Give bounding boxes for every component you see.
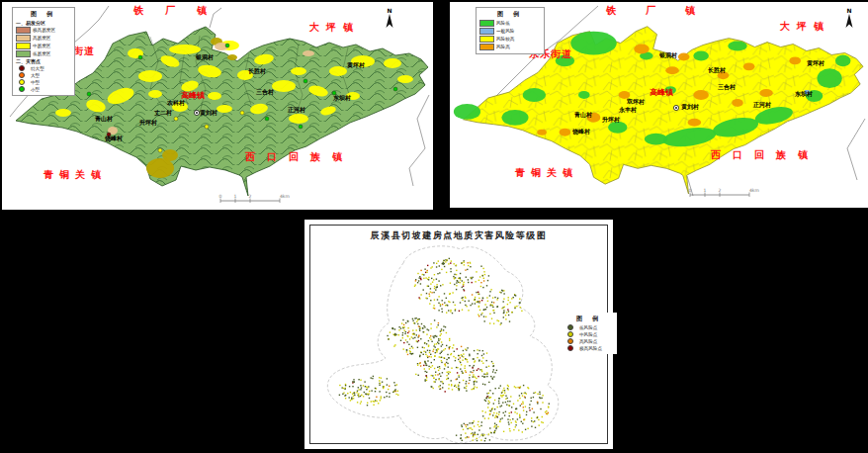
site-risk-dot: [497, 416, 498, 417]
site-risk-dot: [460, 302, 461, 303]
site-risk-dot: [433, 336, 434, 337]
site-risk-dot: [464, 260, 465, 261]
site-risk-dot: [488, 393, 489, 394]
site-risk-dot: [520, 405, 521, 406]
site-risk-dot: [503, 431, 504, 432]
site-risk-dot: [486, 307, 487, 308]
site-risk-dot: [496, 299, 497, 300]
legend-body: 一、易发分区极高易发区高易发区中易发区低易发区二、灾害点特大型大型中型小型: [16, 20, 71, 92]
site-risk-dot: [516, 412, 517, 413]
site-risk-dot: [470, 371, 471, 372]
site-risk-dot: [430, 300, 431, 301]
site-risk-dot: [433, 388, 434, 389]
medium-susceptibility-patch: [169, 45, 201, 54]
site-risk-dot: [417, 363, 418, 364]
site-risk-dot: [491, 408, 492, 409]
site-risk-dot: [498, 413, 499, 414]
site-risk-dot: [486, 297, 487, 298]
site-risk-dot: [394, 328, 395, 329]
site-risk-dot: [436, 326, 437, 327]
site-risk-dot: [448, 378, 449, 379]
site-risk-dot: [438, 303, 439, 304]
high-risk-patch: [537, 130, 547, 136]
site-risk-dot: [366, 387, 367, 388]
site-risk-dot: [403, 342, 404, 343]
site-risk-dot: [526, 414, 527, 415]
site-risk-dot: [486, 376, 487, 377]
site-risk-dot: [531, 398, 532, 399]
site-risk-dot: [503, 293, 504, 294]
site-risk-dot: [407, 335, 408, 336]
site-risk-dot: [425, 298, 426, 299]
site-risk-dot: [468, 383, 469, 384]
site-risk-dot: [517, 387, 518, 388]
site-risk-dot: [434, 274, 435, 275]
site-risk-dot: [458, 282, 459, 283]
site-risk-dot: [474, 386, 475, 387]
site-risk-dot: [407, 327, 408, 328]
site-risk-dot: [478, 429, 479, 430]
site-risk-dot: [524, 418, 525, 419]
site-risk-dot: [453, 276, 454, 277]
site-risk-dot: [442, 300, 443, 301]
site-risk-dot: [419, 276, 420, 277]
site-risk-dot: [515, 421, 516, 422]
site-risk-dot: [446, 362, 447, 363]
site-risk-dot: [494, 430, 495, 431]
site-risk-dot: [432, 266, 433, 267]
site-risk-dot: [472, 372, 473, 373]
site-risk-dot: [461, 364, 462, 365]
site-risk-dot: [438, 340, 439, 341]
site-risk-dot: [402, 327, 403, 328]
site-risk-dot: [402, 319, 403, 320]
site-risk-dot: [471, 427, 472, 428]
site-risk-dot: [469, 380, 470, 381]
site-risk-dot: [466, 390, 467, 391]
site-risk-dot: [416, 321, 417, 322]
site-risk-dot: [425, 272, 426, 273]
site-risk-dot: [465, 269, 466, 270]
site-risk-dot: [464, 290, 465, 291]
site-risk-dot: [445, 391, 446, 392]
site-risk-dot: [407, 332, 408, 333]
site-risk-dot: [472, 282, 473, 283]
boundary-line: [210, 8, 221, 28]
site-risk-dot: [508, 297, 509, 298]
site-risk-dot: [468, 282, 469, 283]
site-risk-dot: [424, 326, 425, 327]
site-risk-dot: [434, 288, 435, 289]
site-risk-dot: [426, 365, 427, 366]
site-risk-dot: [498, 398, 499, 399]
site-risk-dot: [505, 402, 506, 403]
site-risk-dot: [433, 305, 434, 306]
site-risk-dot: [462, 280, 463, 281]
site-risk-dot: [427, 350, 428, 351]
site-risk-dot: [481, 421, 482, 422]
site-risk-dot: [445, 365, 446, 366]
site-risk-dot: [503, 299, 504, 300]
legend-row: 风险高: [479, 44, 541, 50]
site-risk-dot: [517, 400, 518, 401]
legend-site-risk: 图 例 低风险点中风险点高风险点极高风险点: [562, 313, 617, 354]
site-risk-dot: [480, 286, 481, 287]
site-risk-dot: [439, 265, 440, 266]
site-risk-dot: [465, 301, 466, 302]
site-risk-dot: [443, 263, 444, 264]
site-risk-dot: [379, 380, 380, 381]
site-risk-dot: [490, 376, 491, 377]
site-risk-dot: [531, 401, 532, 402]
site-risk-dot: [426, 293, 427, 294]
site-risk-dot: [435, 379, 436, 380]
site-risk-dot: [443, 262, 444, 263]
town-name-label: 高峰镇: [650, 89, 673, 97]
site-risk-dot: [436, 336, 437, 337]
site-risk-dot: [463, 286, 464, 287]
legend-row: 高风险点: [564, 338, 614, 344]
hazard-point: [205, 125, 209, 129]
site-risk-dot: [424, 347, 425, 348]
site-risk-dot: [475, 434, 476, 435]
site-risk-dot: [539, 394, 540, 395]
site-risk-dot: [462, 372, 463, 373]
site-risk-dot: [476, 302, 477, 303]
site-risk-dot: [485, 317, 486, 317]
